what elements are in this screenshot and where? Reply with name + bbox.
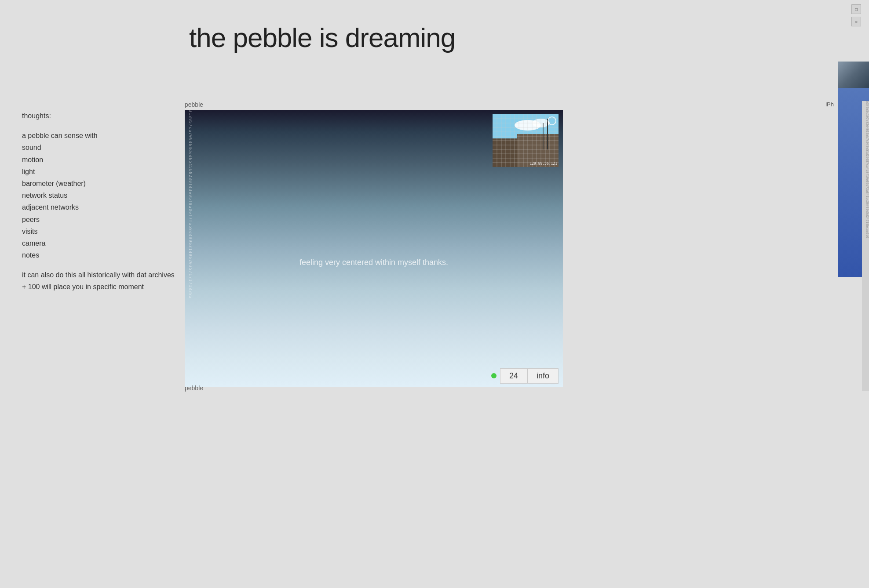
thumbnail-image bbox=[838, 62, 869, 88]
green-dot-indicator bbox=[491, 373, 497, 378]
canvas-thumb-coords: 129.89.56.121 bbox=[529, 162, 557, 166]
thoughts-panel: thoughts: a pebble can sense with sound … bbox=[22, 110, 176, 293]
count-badge[interactable]: 24 bbox=[500, 368, 527, 384]
canvas-thumb-image: 129.89.56.121 bbox=[493, 114, 559, 167]
sensor-visits: visits bbox=[22, 225, 176, 237]
pebble-canvas[interactable]: 313957ca709464ded6545b8230f43e9bf8a0ef7f… bbox=[185, 110, 563, 387]
iphone-label: iPh bbox=[825, 101, 834, 108]
hash-text: 313957ca709464ded6545b8230f43e9bf8a0ef7f… bbox=[187, 110, 193, 387]
canvas-center-text: feeling very centered within myself than… bbox=[299, 258, 448, 267]
sensor-peers: peers bbox=[22, 214, 176, 225]
canvas-bottom-bar: 24 info bbox=[185, 365, 563, 387]
sensor-light: light bbox=[22, 166, 176, 178]
canvas-thumb-circle bbox=[548, 116, 556, 125]
sensor-notes: notes bbox=[22, 249, 176, 261]
sensor-motion: motion bbox=[22, 154, 176, 166]
canvas-thumbnail: 129.89.56.121 bbox=[493, 114, 559, 167]
thoughts-footer-2: + 100 will place you in specific moment bbox=[22, 281, 176, 293]
thoughts-footer-1: it can also do this all historically wit… bbox=[22, 269, 176, 281]
sensor-sound: sound bbox=[22, 142, 176, 153]
pebble-label-top: pebble bbox=[185, 101, 563, 108]
sensor-camera: camera bbox=[22, 237, 176, 249]
pebble-label-bottom: pebble bbox=[185, 385, 203, 392]
sensor-network-status: network status bbox=[22, 189, 176, 201]
sidebar-controls: □ ○ bbox=[851, 4, 861, 26]
ctrl-btn-square[interactable]: □ bbox=[851, 4, 861, 14]
ctrl-btn-circle[interactable]: ○ bbox=[851, 17, 861, 26]
thoughts-intro: a pebble can sense with bbox=[22, 130, 176, 142]
thoughts-label: thoughts: bbox=[22, 112, 51, 120]
info-badge[interactable]: info bbox=[527, 368, 559, 384]
page-title: the pebble is dreaming bbox=[189, 22, 455, 53]
main-view: pebble 313957ca709464ded6545b8230f43e9bf… bbox=[185, 101, 563, 387]
vertical-hash-strip: b3f9a5c107e82d4619ab7c0f3e51d29687ca4b3f… bbox=[862, 101, 869, 391]
sensor-barometer: barometer (weather) bbox=[22, 178, 176, 189]
sensor-adjacent-networks: adjacent networks bbox=[22, 201, 176, 213]
